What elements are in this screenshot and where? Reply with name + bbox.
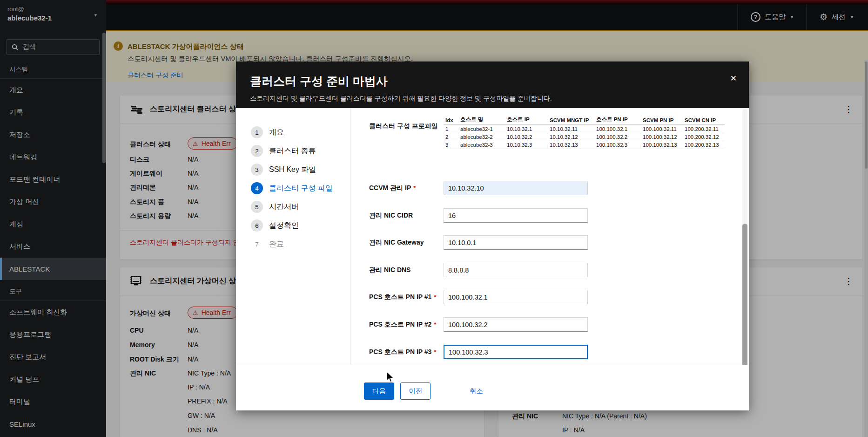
pcs-pn-ip-1-input[interactable] [444, 290, 588, 304]
step-cluster-config-file[interactable]: 4클러스터 구성 파일 [236, 179, 350, 198]
profile-table-label: 클러스터 구성 프로파일 [369, 122, 438, 130]
required-mark: * [434, 348, 436, 355]
field-pcs-pn-ip-3: PCS 호스트 PN IP #3* [350, 345, 749, 359]
pcs-pn-ip-2-input[interactable] [444, 317, 588, 332]
field-mgmt-nic-dns: 관리 NIC DNS [350, 263, 749, 277]
field-mgmt-nic-gateway: 관리 NIC Gateway [350, 235, 749, 250]
ccvm-mgmt-ip-input[interactable] [444, 181, 588, 195]
close-icon[interactable]: ✕ [730, 74, 737, 83]
modal-header: 클러스터 구성 준비 마법사 스토리지센터 및 클라우드센터 클러스터를 구성하… [236, 61, 749, 108]
wizard-content-pane: 클러스터 구성 프로파일 idx 호스트 명 호스트 IP SCVM MNGT … [350, 108, 749, 365]
cluster-wizard-modal: 클러스터 구성 준비 마법사 스토리지센터 및 클라우드센터 클러스터를 구성하… [236, 61, 749, 410]
step-complete: 7완료 [236, 235, 350, 253]
table-row: 2ablecube32-210.10.32.210.10.32.12100.10… [444, 133, 725, 141]
cluster-profile-table: idx 호스트 명 호스트 IP SCVM MNGT IP 호스트 PN IP … [444, 115, 725, 149]
step-time-server[interactable]: 5시간서버 [236, 198, 350, 216]
field-mgmt-nic-cidr: 관리 NIC CIDR [350, 208, 749, 223]
table-header-row: idx 호스트 명 호스트 IP SCVM MNGT IP 호스트 PN IP … [444, 115, 725, 125]
required-mark: * [413, 184, 416, 191]
cancel-button[interactable]: 취소 [462, 383, 491, 399]
table-row: 1ablecube32-110.10.32.110.10.32.11100.10… [444, 125, 725, 133]
modal-title: 클러스터 구성 준비 마법사 [250, 74, 735, 89]
field-ccvm-mgmt-ip: CCVM 관리 IP* [350, 181, 749, 195]
mgmt-nic-dns-input[interactable] [444, 263, 588, 277]
field-pcs-pn-ip-2: PCS 호스트 PN IP #2* [350, 317, 749, 332]
step-ssh-key[interactable]: 3SSH Key 파일 [236, 160, 350, 179]
step-cluster-type[interactable]: 2클러스터 종류 [236, 142, 350, 160]
step-confirm-settings[interactable]: 6설정확인 [236, 216, 350, 235]
modal-subtitle: 스토리지센터 및 클라우드센터 클러스터를 구성하기 위해 필요한 다양한 정보… [250, 95, 735, 103]
wizard-steps-nav: 1개요 2클러스터 종류 3SSH Key 파일 4클러스터 구성 파일 5시간… [236, 108, 350, 365]
step-overview[interactable]: 1개요 [236, 123, 350, 142]
mgmt-nic-gateway-input[interactable] [444, 235, 588, 250]
pcs-pn-ip-3-input[interactable] [444, 345, 588, 359]
modal-body: 1개요 2클러스터 종류 3SSH Key 파일 4클러스터 구성 파일 5시간… [236, 108, 749, 365]
mgmt-nic-cidr-input[interactable] [444, 208, 588, 223]
next-button[interactable]: 다음 [364, 382, 394, 400]
prev-button[interactable]: 이전 [400, 382, 431, 400]
required-mark: * [434, 294, 436, 300]
required-mark: * [434, 321, 436, 328]
field-pcs-pn-ip-1: PCS 호스트 PN IP #1* [350, 290, 749, 304]
table-row: 3ablecube32-310.10.32.310.10.32.13100.10… [444, 141, 725, 149]
modal-footer: 다음 이전 취소 [236, 365, 749, 410]
screen: root@ ablecube32-1 ▾ 검색 시스템 개요 기록 저장소 네트… [0, 0, 868, 437]
modal-scrollbar-thumb[interactable] [742, 224, 747, 365]
